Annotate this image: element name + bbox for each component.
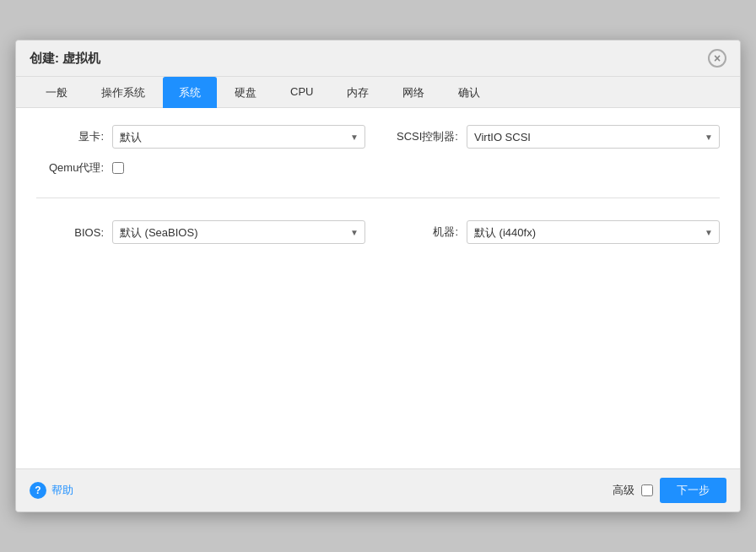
- tab-os[interactable]: 操作系统: [85, 77, 161, 108]
- display-select-wrapper: 默认 VGA VMWARE None: [112, 125, 365, 149]
- qemu-row: Qemu代理:: [36, 160, 365, 176]
- form-section-top: 显卡: 默认 VGA VMWARE None SCSI控制器: VirtIO S…: [36, 125, 720, 244]
- bios-select-wrapper: 默认 (SeaBIOS) OVMF (UEFI): [112, 220, 365, 244]
- bios-select[interactable]: 默认 (SeaBIOS) OVMF (UEFI): [112, 220, 365, 244]
- section-divider: [36, 198, 720, 198]
- scsi-row: SCSI控制器: VirtIO SCSI LSI 53C895A MegaRAI…: [391, 125, 720, 149]
- dialog-title: 创建: 虚拟机: [30, 51, 100, 67]
- dialog-header: 创建: 虚拟机 ×: [16, 41, 740, 77]
- advanced-label: 高级: [613, 483, 634, 498]
- scsi-label: SCSI控制器:: [391, 129, 458, 144]
- close-button[interactable]: ×: [708, 49, 726, 68]
- bios-row: BIOS: 默认 (SeaBIOS) OVMF (UEFI): [36, 220, 365, 244]
- tab-general[interactable]: 一般: [30, 77, 84, 108]
- dialog-body: 显卡: 默认 VGA VMWARE None SCSI控制器: VirtIO S…: [16, 108, 740, 468]
- tab-confirm[interactable]: 确认: [442, 77, 496, 108]
- footer-right: 高级 下一步: [613, 478, 726, 503]
- tab-memory[interactable]: 内存: [331, 77, 385, 108]
- bios-label: BIOS:: [36, 226, 104, 239]
- qemu-checkbox[interactable]: [112, 162, 124, 174]
- footer-left: ? 帮助: [30, 482, 73, 499]
- qemu-checkbox-wrapper: [112, 162, 365, 174]
- tab-network[interactable]: 网络: [386, 77, 440, 108]
- help-icon[interactable]: ?: [30, 482, 46, 499]
- next-button[interactable]: 下一步: [660, 478, 726, 503]
- tab-disk[interactable]: 硬盘: [219, 77, 273, 108]
- scsi-select-wrapper: VirtIO SCSI LSI 53C895A MegaRAID SAS 870…: [467, 125, 720, 149]
- scsi-select[interactable]: VirtIO SCSI LSI 53C895A MegaRAID SAS 870…: [467, 125, 720, 149]
- machine-select-wrapper: 默认 (i440fx) q35: [467, 220, 720, 244]
- machine-row: 机器: 默认 (i440fx) q35: [391, 220, 720, 244]
- machine-label: 机器:: [391, 225, 458, 240]
- help-link[interactable]: 帮助: [51, 483, 73, 498]
- dialog-footer: ? 帮助 高级 下一步: [16, 468, 740, 511]
- create-vm-dialog: 创建: 虚拟机 × 一般 操作系统 系统 硬盘 CPU 内存 网络 确认 显卡:…: [15, 40, 741, 512]
- machine-select[interactable]: 默认 (i440fx) q35: [467, 220, 720, 244]
- advanced-checkbox[interactable]: [641, 484, 653, 496]
- display-select[interactable]: 默认 VGA VMWARE None: [112, 125, 365, 149]
- empty-area: [36, 252, 720, 438]
- qemu-label: Qemu代理:: [36, 160, 104, 176]
- display-row: 显卡: 默认 VGA VMWARE None: [36, 125, 365, 149]
- display-label: 显卡:: [36, 129, 104, 144]
- tab-bar: 一般 操作系统 系统 硬盘 CPU 内存 网络 确认: [16, 77, 740, 108]
- tab-cpu[interactable]: CPU: [274, 77, 329, 108]
- tab-system[interactable]: 系统: [163, 77, 217, 108]
